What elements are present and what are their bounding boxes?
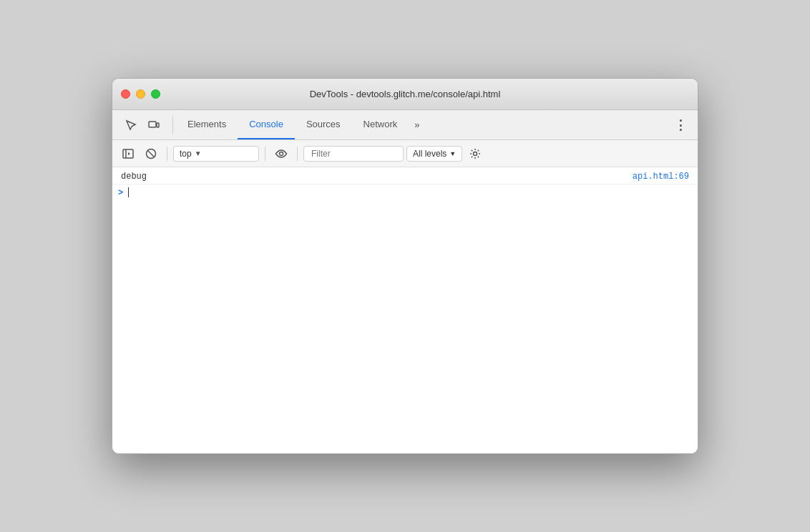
devtools-menu-button[interactable]: ⋮ <box>672 117 689 134</box>
more-tabs-button[interactable]: » <box>409 110 425 139</box>
titlebar: DevTools - devtools.glitch.me/console/ap… <box>112 79 698 110</box>
console-row: debug api.html:69 <box>112 170 698 184</box>
levels-dropdown[interactable]: All levels ▼ <box>406 146 462 162</box>
clear-console-button[interactable] <box>141 144 161 164</box>
svg-marker-4 <box>128 152 130 155</box>
svg-point-7 <box>280 152 283 155</box>
filter-input[interactable] <box>303 146 404 162</box>
minimize-button[interactable] <box>136 89 145 99</box>
tab-network[interactable]: Network <box>352 110 409 139</box>
devtools-icons <box>115 110 170 139</box>
toolbar-separator-3 <box>297 147 298 161</box>
svg-rect-0 <box>149 122 156 127</box>
toolbar-separator-2 <box>265 147 265 161</box>
window-title: DevTools - devtools.glitch.me/console/ap… <box>310 89 501 99</box>
console-sidebar-button[interactable] <box>118 144 138 164</box>
tab-divider-left <box>172 116 173 134</box>
console-settings-button[interactable] <box>465 144 485 164</box>
svg-rect-1 <box>157 123 159 127</box>
prompt-icon: > <box>118 187 123 197</box>
svg-line-6 <box>148 151 154 157</box>
tab-bar: Elements Console Sources Network » ⋮ <box>112 110 698 140</box>
traffic-lights <box>121 89 160 99</box>
console-message: debug <box>121 172 633 182</box>
inspect-element-button[interactable] <box>121 115 141 135</box>
console-source-link[interactable]: api.html:69 <box>633 172 689 182</box>
maximize-button[interactable] <box>151 89 160 99</box>
tabbar-end: ⋮ <box>660 110 695 139</box>
console-output: debug api.html:69 > <box>112 167 698 453</box>
context-selector-arrow: ▼ <box>195 149 202 157</box>
context-selector[interactable]: top ▼ <box>173 146 259 162</box>
console-input-row[interactable]: > <box>112 184 698 200</box>
console-toolbar: top ▼ All levels ▼ <box>112 140 698 167</box>
toolbar-separator <box>167 147 167 161</box>
svg-point-8 <box>474 152 477 155</box>
tab-elements[interactable]: Elements <box>176 110 238 139</box>
tab-console[interactable]: Console <box>238 110 295 139</box>
cursor <box>128 187 129 197</box>
levels-dropdown-arrow: ▼ <box>449 150 456 157</box>
tab-sources[interactable]: Sources <box>295 110 352 139</box>
eye-button[interactable] <box>271 144 291 164</box>
close-button[interactable] <box>121 89 130 99</box>
device-toolbar-button[interactable] <box>144 115 164 135</box>
